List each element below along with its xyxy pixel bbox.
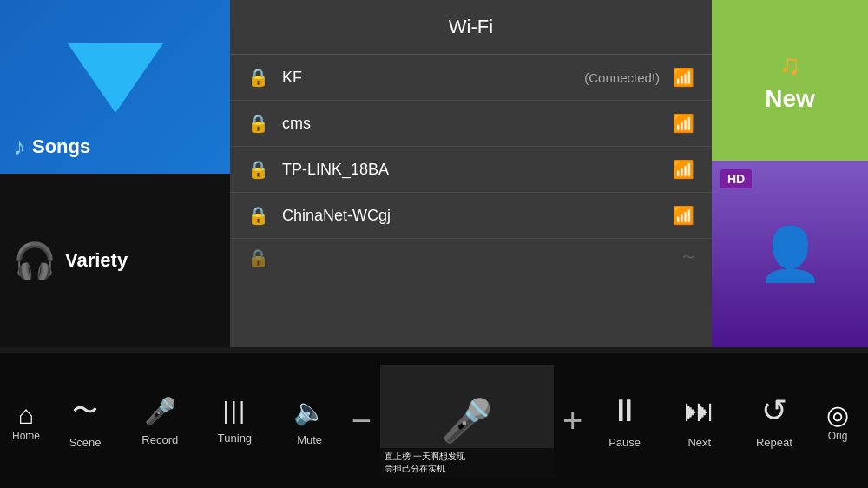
network-name-cms: cms	[282, 115, 673, 133]
repeat-button[interactable]: ↺ Repeat	[737, 384, 812, 458]
signal-icon-kf: 📶	[673, 67, 694, 88]
np-line1: 直上榜 一天啊想发现	[385, 451, 549, 463]
next-button[interactable]: ⏭ Next	[662, 384, 737, 458]
now-playing-area: 🎤 直上榜 一天啊想发现 尝担己分在实机	[380, 365, 554, 478]
variety-label: Variety	[65, 249, 128, 272]
volume-up-button[interactable]: +	[558, 401, 587, 440]
minus-icon: −	[352, 401, 372, 439]
network-name-kf: KF	[282, 69, 584, 87]
record-label: Record	[141, 433, 178, 446]
scene-icon: 〜	[72, 393, 98, 429]
songs-label: Songs	[32, 135, 90, 158]
original-label: Orig	[828, 430, 848, 442]
signal-icon-tplink: 📶	[673, 159, 694, 180]
new-label: New	[765, 85, 815, 113]
triangle-decoration	[68, 43, 163, 113]
wifi-network-list: 🔒 KF (Connected!) 📶 🔒 cms 📶 🔒 TP-LINK_18…	[230, 55, 712, 277]
next-label: Next	[687, 436, 711, 449]
next-icon: ⏭	[684, 392, 715, 429]
np-overlay: 直上榜 一天啊想发现 尝担己分在实机	[380, 448, 554, 478]
mute-label: Mute	[297, 433, 322, 446]
wifi-item-cms[interactable]: 🔒 cms 📶	[230, 101, 712, 147]
tuning-button[interactable]: ||| Tuning	[197, 388, 272, 453]
music-note-icon: ♪	[13, 133, 25, 161]
record-button[interactable]: 🎤 Record	[122, 387, 197, 455]
wifi-modal: Wi-Fi 🔒 KF (Connected!) 📶 🔒 cms 📶 🔒 TP-L…	[230, 0, 712, 347]
home-icon: ⌂	[18, 400, 34, 430]
original-icon: ◎	[826, 399, 849, 430]
wifi-item-kf[interactable]: 🔒 KF (Connected!) 📶	[230, 55, 712, 101]
person-decoration: 👤	[712, 161, 868, 347]
wifi-item-tplink[interactable]: 🔒 TP-LINK_18BA 📶	[230, 147, 712, 193]
scene-button[interactable]: 〜 Scene	[48, 385, 122, 458]
songs-tile[interactable]: ♪ Songs	[0, 0, 230, 174]
signal-icon-chinanet: 📶	[673, 205, 694, 226]
hd-photo-area: HD 👤	[712, 161, 868, 347]
scene-label: Scene	[69, 436, 102, 449]
wifi-title: Wi-Fi	[230, 0, 712, 55]
lock-icon-cms: 🔒	[247, 113, 269, 134]
repeat-icon: ↺	[761, 392, 787, 429]
mic-icon: 🎤	[144, 396, 176, 426]
pause-label: Pause	[608, 436, 641, 449]
signal-icon-cms: 📶	[673, 113, 694, 134]
bottom-bar: ⌂ Home 〜 Scene 🎤 Record ||| Tuning 🔈 Mut…	[0, 353, 868, 488]
lock-icon-tplink: 🔒	[247, 159, 269, 180]
hd-badge: HD	[720, 169, 752, 188]
original-button[interactable]: ◎ Orig	[812, 391, 864, 451]
new-tile[interactable]: ♫ New	[712, 0, 868, 161]
np-person-icon: 🎤	[441, 397, 493, 445]
wifi-item-partial[interactable]: 🔒 〜	[230, 239, 712, 277]
variety-tile[interactable]: 🎧 Variety	[0, 174, 230, 347]
lock-icon-chinanet: 🔒	[247, 205, 269, 226]
plus-icon: +	[562, 401, 582, 439]
lock-icon-partial: 🔒	[247, 247, 269, 268]
volume-down-button[interactable]: −	[347, 401, 376, 440]
home-label: Home	[12, 430, 40, 442]
mute-icon: 🔈	[293, 396, 326, 426]
new-music-icon: ♫	[779, 49, 800, 81]
signal-icon-partial: 〜	[682, 250, 694, 266]
lock-icon: 🔒	[247, 67, 269, 88]
headphone-icon: 🎧	[13, 241, 56, 281]
tuning-label: Tuning	[218, 432, 252, 445]
wifi-item-chinanet[interactable]: 🔒 ChinaNet-WCgj 📶	[230, 193, 712, 239]
network-name-chinanet: ChinaNet-WCgj	[282, 207, 673, 225]
repeat-label: Repeat	[756, 436, 792, 449]
bottom-controls: ⌂ Home 〜 Scene 🎤 Record ||| Tuning 🔈 Mut…	[0, 365, 868, 478]
np-line2: 尝担己分在实机	[385, 463, 549, 475]
tuning-icon: |||	[223, 397, 247, 425]
network-name-tplink: TP-LINK_18BA	[282, 161, 673, 179]
mute-button[interactable]: 🔈 Mute	[273, 387, 347, 455]
home-button[interactable]: ⌂ Home	[4, 392, 48, 451]
connected-status: (Connected!)	[584, 70, 660, 85]
pause-icon: ⏸	[609, 392, 641, 429]
pause-button[interactable]: ⏸ Pause	[587, 384, 661, 458]
